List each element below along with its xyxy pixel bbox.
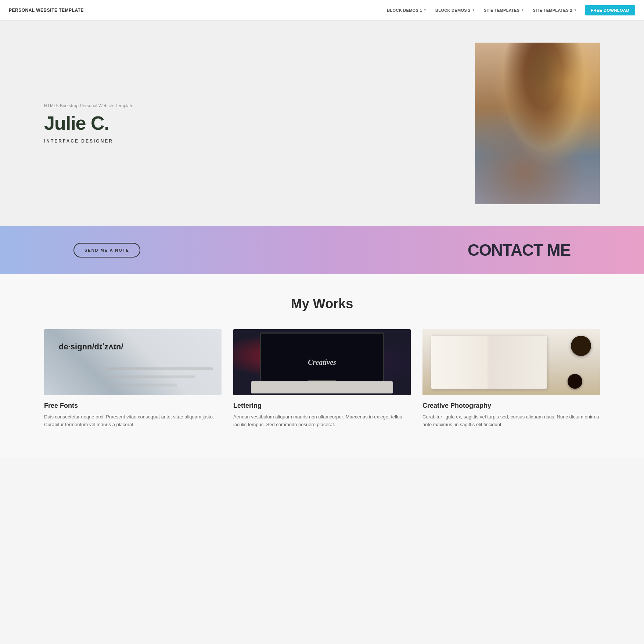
nav-links: BLOCK DEMOS 1 ▼ BLOCK DEMOS 2 ▼ SITE TEM… xyxy=(383,5,635,15)
tablet-detail-line-2 xyxy=(106,375,195,378)
keyboard xyxy=(251,381,393,393)
coffee-cup-2 xyxy=(568,374,582,389)
work-card-text-1: Aenean vestibulum aliquam mauris non ull… xyxy=(233,413,411,429)
work-image-1 xyxy=(233,329,411,395)
hero-photo xyxy=(475,43,600,204)
contact-banner-right: CONTACT ME xyxy=(468,241,571,259)
work-card-title-1: Lettering xyxy=(233,402,411,410)
hero-content: HTML5 Bootstrap Personal Website Templat… xyxy=(44,103,453,143)
work-card-text-2: Curabitur ligula ex, sagittis vel turpis… xyxy=(422,413,600,429)
hero-role: INTERFACE DESIGNER xyxy=(44,138,453,144)
works-section: My Works Free Fonts Duis consectetur neq… xyxy=(0,274,644,458)
work-card-1: Lettering Aenean vestibulum aliquam maur… xyxy=(233,329,411,429)
monitor-body xyxy=(260,332,384,382)
navbar: PERSONAL WEBSITE TEMPLATE BLOCK DEMOS 1 … xyxy=(0,0,644,21)
contact-title: CONTACT ME xyxy=(468,241,571,259)
hero-image-container xyxy=(475,43,600,204)
hero-role-suffix: ERFACE DESIGNER xyxy=(54,138,113,144)
work-image-2 xyxy=(422,329,600,395)
hero-subtitle: HTML5 Bootstrap Personal Website Templat… xyxy=(44,103,453,108)
contact-banner: SEND ME A NOTE CONTACT ME xyxy=(0,226,644,274)
work-image-0 xyxy=(44,329,222,395)
hero-role-prefix: INT xyxy=(44,138,54,144)
chevron-down-icon: ▼ xyxy=(574,8,577,12)
work-card-2: Creative Photography Curabitur ligula ex… xyxy=(422,329,600,429)
photo-overlay-jacket xyxy=(500,115,587,204)
nav-site-templates-2[interactable]: SITE TEMPLATES 2 ▼ xyxy=(529,6,581,15)
nav-block-demos-1[interactable]: BLOCK DEMOS 1 ▼ xyxy=(383,6,430,15)
hero-section: HTML5 Bootstrap Personal Website Templat… xyxy=(0,21,644,226)
hero-name: Julie C. xyxy=(44,113,453,134)
nav-block-demos-2[interactable]: BLOCK DEMOS 2 ▼ xyxy=(432,6,479,15)
tablet-detail-line-3 xyxy=(106,384,177,386)
work-card-title-0: Free Fonts xyxy=(44,402,222,410)
work-card-0: Free Fonts Duis consectetur neque orci. … xyxy=(44,329,222,429)
free-download-button[interactable]: FREE DOWNLOAD xyxy=(585,5,635,15)
chevron-down-icon: ▼ xyxy=(472,8,475,12)
send-note-button[interactable]: SEND ME A NOTE xyxy=(73,243,140,258)
work-card-title-2: Creative Photography xyxy=(422,402,600,410)
coffee-cup-1 xyxy=(571,336,591,356)
brand-logo: PERSONAL WEBSITE TEMPLATE xyxy=(9,8,84,13)
chevron-down-icon: ▼ xyxy=(424,8,427,12)
nav-site-templates[interactable]: SITE TEMPLATES ▼ xyxy=(480,6,528,15)
tablet-detail-line-1 xyxy=(106,367,213,370)
work-card-text-0: Duis consectetur neque orci. Praesent vi… xyxy=(44,413,222,429)
works-section-title: My Works xyxy=(44,296,600,312)
chevron-down-icon: ▼ xyxy=(521,8,524,12)
works-grid: Free Fonts Duis consectetur neque orci. … xyxy=(44,329,600,429)
contact-banner-left: SEND ME A NOTE xyxy=(73,243,140,258)
